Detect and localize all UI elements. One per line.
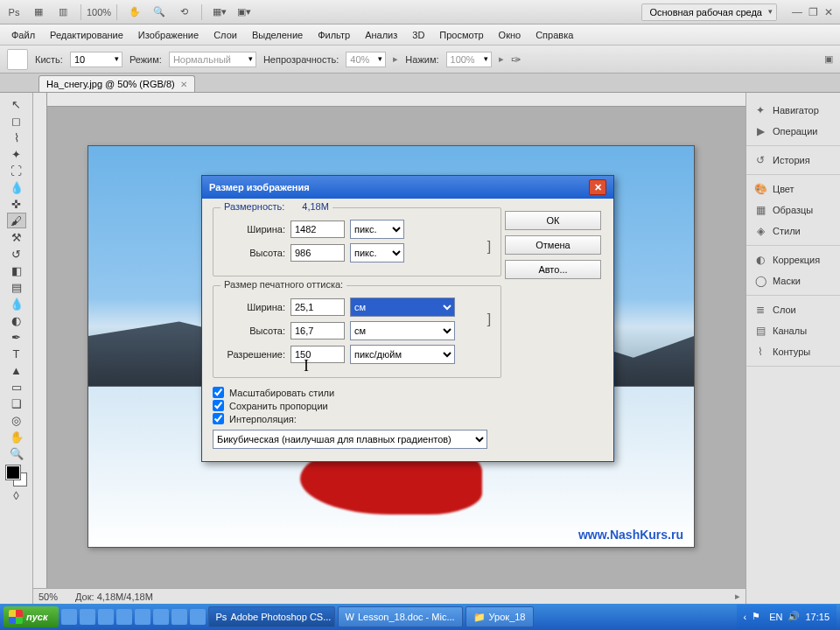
actions-panel[interactable]: ▶Операции <box>746 121 840 142</box>
quickmask-icon[interactable]: ◊ <box>7 487 26 503</box>
tray-icon[interactable]: ⚑ <box>752 611 764 623</box>
scale-styles-checkbox[interactable] <box>213 387 224 398</box>
ok-button[interactable]: ОК <box>505 211 601 230</box>
zoom-level[interactable]: 100% <box>90 4 108 21</box>
link-px-icon[interactable]: ] <box>483 228 495 266</box>
heal-tool-icon[interactable]: ✜ <box>7 196 26 212</box>
3d-camera-icon[interactable]: ◎ <box>7 412 26 428</box>
maximize-icon[interactable]: ❐ <box>807 6 819 18</box>
crop-tool-icon[interactable]: ⛶ <box>7 163 26 178</box>
close-icon[interactable]: ✕ <box>822 6 835 18</box>
scrollbar-right-icon[interactable]: ▸ <box>735 591 740 602</box>
eyedropper-tool-icon[interactable]: 💧 <box>7 179 26 195</box>
hand-tool-icon[interactable]: ✋ <box>7 429 26 444</box>
quicklaunch-icon[interactable] <box>98 609 114 625</box>
zoom-icon[interactable]: 🔍 <box>150 4 168 21</box>
color-panel[interactable]: 🎨Цвет <box>746 178 840 200</box>
wand-tool-icon[interactable]: ✦ <box>7 146 26 162</box>
tray-language[interactable]: EN <box>769 612 782 622</box>
layers-panel[interactable]: ≣Слои <box>746 299 840 320</box>
interpolation-select[interactable]: Бикубическая (наилучшая для плавных град… <box>213 430 487 449</box>
flow-input[interactable]: 100% <box>446 52 492 67</box>
3d-tool-icon[interactable]: ❑ <box>7 396 26 411</box>
ruler-horizontal[interactable] <box>47 93 746 107</box>
quicklaunch-icon[interactable] <box>153 609 169 625</box>
shape-tool-icon[interactable]: ▭ <box>7 379 26 395</box>
taskbar-app-word[interactable]: WLesson_18.doc - Mic... <box>338 606 463 627</box>
lasso-tool-icon[interactable]: ⌇ <box>7 130 26 145</box>
resolution-unit[interactable]: пикс/дюйм <box>350 345 455 364</box>
menu-image[interactable]: Изображение <box>132 27 205 43</box>
height-px-input[interactable] <box>290 244 345 262</box>
quicklaunch-icon[interactable] <box>190 609 206 625</box>
blur-tool-icon[interactable]: 💧 <box>7 296 26 312</box>
history-brush-icon[interactable]: ↺ <box>7 246 26 262</box>
menu-3d[interactable]: 3D <box>406 27 430 43</box>
cancel-button[interactable]: Отмена <box>505 235 601 255</box>
width-cm-input[interactable] <box>290 298 345 316</box>
resolution-input[interactable] <box>290 346 345 363</box>
hand-icon[interactable]: ✋ <box>126 4 144 21</box>
opacity-flyout-icon[interactable]: ▸ <box>393 53 398 65</box>
menu-filter[interactable]: Фильтр <box>312 27 356 43</box>
width-px-input[interactable] <box>290 220 345 238</box>
width-cm-unit[interactable]: см <box>350 298 455 317</box>
minimize-icon[interactable]: — <box>791 6 803 18</box>
zoom-tool-icon[interactable]: 🔍 <box>7 445 26 461</box>
adjustments-panel[interactable]: ◐Коррекция <box>746 249 840 270</box>
menu-analysis[interactable]: Анализ <box>359 27 403 43</box>
screen-mode-icon[interactable]: ▣▾ <box>235 4 253 21</box>
stamp-tool-icon[interactable]: ⚒ <box>7 229 26 245</box>
paths-panel[interactable]: ⌇Контуры <box>746 341 840 362</box>
view-extras-icon[interactable]: ▥ <box>54 4 72 21</box>
quicklaunch-icon[interactable] <box>80 609 95 625</box>
opacity-input[interactable]: 40% <box>346 52 386 67</box>
dialog-close-button[interactable]: ✕ <box>589 179 606 195</box>
channels-panel[interactable]: ▤Каналы <box>746 320 840 341</box>
quicklaunch-icon[interactable] <box>172 609 187 625</box>
blend-mode-select[interactable]: Нормальный <box>169 52 256 67</box>
document-tab[interactable]: На_снегу.jpg @ 50% (RGB/8) ✕ <box>38 75 195 92</box>
menu-layers[interactable]: Слои <box>207 27 243 43</box>
workspace-switcher[interactable]: Основная рабочая среда <box>641 4 777 21</box>
menu-window[interactable]: Окно <box>493 27 528 43</box>
menu-help[interactable]: Справка <box>529 27 579 43</box>
airbrush-icon[interactable]: ✑ <box>511 52 522 66</box>
quicklaunch-icon[interactable] <box>61 609 77 625</box>
tab-close-icon[interactable]: ✕ <box>180 80 187 89</box>
dialog-titlebar[interactable]: Размер изображения ✕ <box>202 176 613 199</box>
dodge-tool-icon[interactable]: ◐ <box>7 312 26 328</box>
menu-edit[interactable]: Редактирование <box>44 27 130 43</box>
bridge-icon[interactable]: ▦ <box>30 4 47 21</box>
flow-flyout-icon[interactable]: ▸ <box>499 53 504 65</box>
menu-file[interactable]: Файл <box>5 27 41 43</box>
taskbar-app-folder[interactable]: 📁Урок_18 <box>466 606 534 627</box>
zoom-readout[interactable]: 50% <box>38 592 58 602</box>
start-button[interactable]: пуск <box>4 606 59 627</box>
styles-panel[interactable]: ◈Стили <box>746 220 840 242</box>
ruler-vertical[interactable] <box>33 93 47 604</box>
rotate-view-icon[interactable]: ⟲ <box>175 4 192 21</box>
arrange-icon[interactable]: ▦▾ <box>211 4 228 21</box>
panel-toggle-icon[interactable]: ▣ <box>824 53 833 65</box>
height-cm-unit[interactable]: см <box>350 321 455 340</box>
marquee-tool-icon[interactable]: ◻ <box>7 113 26 129</box>
height-px-unit[interactable]: пикс. <box>350 243 404 262</box>
masks-panel[interactable]: ◯Маски <box>746 270 840 291</box>
eraser-tool-icon[interactable]: ◧ <box>7 262 26 278</box>
auto-button[interactable]: Авто... <box>505 260 601 279</box>
brush-size-picker[interactable]: 10 <box>70 52 122 67</box>
foreground-swatch[interactable] <box>6 466 20 480</box>
ps-icon[interactable]: Ps <box>5 4 23 21</box>
history-panel[interactable]: ↺История <box>746 150 840 171</box>
brush-tool-icon[interactable]: 🖌 <box>7 213 26 228</box>
pen-tool-icon[interactable]: ✒ <box>7 329 26 345</box>
resample-checkbox[interactable] <box>213 413 224 424</box>
tray-expand-icon[interactable]: ‹ <box>744 612 747 622</box>
tray-clock[interactable]: 17:15 <box>805 612 830 622</box>
tool-preset-icon[interactable] <box>7 49 28 70</box>
width-px-unit[interactable]: пикс. <box>350 220 404 239</box>
path-select-icon[interactable]: ▲ <box>7 362 26 378</box>
link-doc-icon[interactable]: ] <box>483 295 495 344</box>
type-tool-icon[interactable]: T <box>7 346 26 361</box>
